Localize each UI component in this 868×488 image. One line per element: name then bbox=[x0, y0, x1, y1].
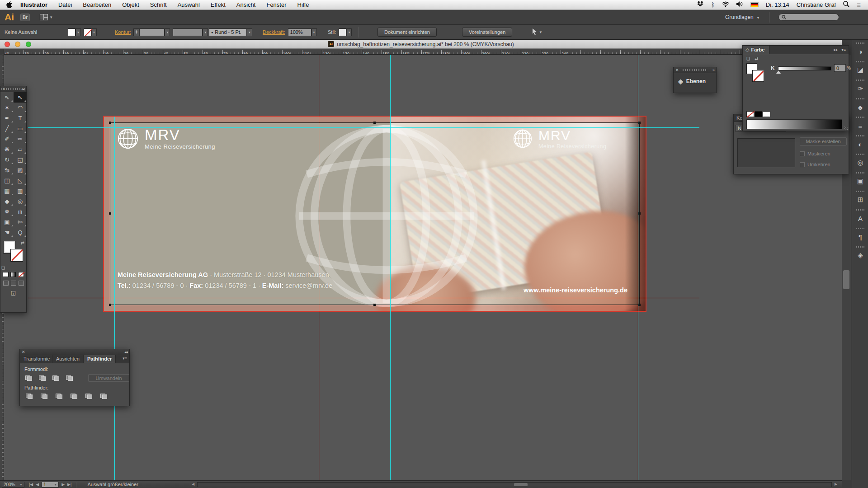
stroke-weight-field[interactable] bbox=[139, 28, 165, 36]
fill-color-dropdown[interactable]: ▼ bbox=[75, 28, 81, 36]
diagramm-tool[interactable]: ılı bbox=[14, 206, 27, 217]
none-button[interactable] bbox=[18, 272, 24, 277]
symbole-panel-icon[interactable]: ♣ bbox=[852, 100, 868, 114]
schnittmenge-entfernen-button[interactable] bbox=[65, 375, 74, 382]
menu-item[interactable]: Hilfe bbox=[297, 1, 309, 8]
buntstift-tool[interactable]: ✏ bbox=[14, 134, 27, 144]
dock-grip[interactable] bbox=[856, 191, 864, 192]
dock-grip[interactable] bbox=[856, 80, 864, 81]
slider-thumb[interactable] bbox=[776, 70, 781, 74]
collapse-icon[interactable]: ▸▸ bbox=[834, 47, 838, 52]
opacity-label[interactable]: Deckkraft: bbox=[263, 29, 285, 35]
schnittmenge-button[interactable] bbox=[52, 375, 61, 382]
black-swatch[interactable] bbox=[755, 111, 762, 117]
lasso-tool[interactable]: ◠ bbox=[14, 103, 27, 113]
unterteilen-button[interactable] bbox=[24, 393, 33, 400]
zeichenstift-tool[interactable]: ✒ bbox=[0, 113, 14, 123]
scroll-right-button[interactable]: ▶ bbox=[835, 482, 837, 486]
k-channel-slider[interactable] bbox=[778, 66, 831, 70]
slice-tool[interactable]: ✄ bbox=[14, 217, 27, 227]
guide-horizontal[interactable] bbox=[28, 298, 699, 298]
zeichenflaechen-panel-icon[interactable]: ▣ bbox=[852, 174, 868, 188]
menu-item[interactable]: Fenster bbox=[266, 1, 286, 8]
guide-vertical[interactable] bbox=[638, 55, 638, 480]
zoom-level-dropdown[interactable]: 200%▼ bbox=[2, 482, 24, 488]
dock-grip[interactable] bbox=[856, 228, 864, 229]
german-flag-icon[interactable] bbox=[750, 2, 759, 7]
tab-transformieren[interactable]: Transformie bbox=[20, 355, 52, 363]
search-input[interactable] bbox=[778, 14, 839, 21]
verlauf-panel-icon[interactable]: ◪ bbox=[852, 63, 868, 77]
drehen-tool[interactable]: ↻ bbox=[0, 155, 14, 165]
formerstellungs-tool[interactable]: ◫ bbox=[0, 175, 14, 186]
draw-inside-button[interactable] bbox=[19, 281, 24, 286]
hand-tool[interactable]: ☚ bbox=[0, 227, 14, 238]
opacity-dropdown[interactable]: ▼ bbox=[311, 28, 317, 36]
tab-farbe[interactable]: ◇ Farbe bbox=[743, 46, 769, 54]
collapse-icon[interactable]: ◂◂ bbox=[124, 350, 127, 354]
maske-erstellen-button[interactable]: Maske erstellen bbox=[800, 137, 847, 145]
wifi-icon[interactable] bbox=[722, 1, 729, 8]
umwandeln-button[interactable]: Umwandeln bbox=[88, 374, 129, 382]
menu-item[interactable]: Bearbeiten bbox=[83, 1, 111, 8]
zeichenflaechen-tool[interactable]: ▣ bbox=[0, 217, 14, 227]
dock-grip[interactable] bbox=[856, 98, 864, 99]
menu-item[interactable]: Auswahl bbox=[178, 1, 200, 8]
dock-grip[interactable] bbox=[856, 246, 864, 248]
volume-icon[interactable] bbox=[736, 1, 743, 8]
canvas[interactable]: MRV Meine Reiseversicherung MRV Meine Re… bbox=[0, 55, 842, 480]
draw-normal-button[interactable] bbox=[3, 281, 9, 286]
menu-user[interactable]: Christiane Graf bbox=[797, 1, 836, 8]
selection-cursor-icon[interactable] bbox=[532, 28, 538, 36]
opacity-field[interactable]: 100% bbox=[288, 28, 311, 36]
breiten-tool[interactable]: ↹ bbox=[0, 165, 14, 175]
brush-preset-dropdown[interactable]: ▼ bbox=[247, 28, 252, 36]
expand-icon[interactable]: » bbox=[712, 68, 714, 72]
horizontal-ruler[interactable]: 4030201001020304050607080901001101201301… bbox=[0, 49, 842, 55]
default-fill-stroke-icon[interactable]: ❏ bbox=[1, 266, 5, 270]
arrange-documents-dropdown[interactable]: ▼ bbox=[49, 15, 53, 19]
zoom-window-button[interactable] bbox=[26, 42, 31, 47]
style-dropdown[interactable]: ▼ bbox=[346, 28, 352, 36]
swap-fill-stroke-icon[interactable]: ⇄ bbox=[21, 240, 24, 245]
tab-pathfinder[interactable]: Pathfinder bbox=[84, 355, 116, 363]
width-profile-dropdown[interactable]: ▼ bbox=[203, 28, 208, 36]
horizontal-scrollbar[interactable] bbox=[197, 482, 832, 487]
next-artboard-button[interactable]: ▶ bbox=[61, 482, 65, 487]
angleichen-tool[interactable]: ◎ bbox=[14, 196, 27, 206]
guide-vertical[interactable] bbox=[319, 55, 319, 480]
menu-item[interactable]: Illustrator bbox=[20, 1, 47, 8]
ruler-corner[interactable] bbox=[0, 49, 4, 55]
menu-item[interactable]: Objekt bbox=[122, 1, 139, 8]
pinsel-panel-icon[interactable]: ✑ bbox=[852, 82, 868, 95]
umkehren-checkbox[interactable] bbox=[800, 162, 805, 167]
anchor-point[interactable] bbox=[373, 122, 376, 124]
guide-vertical[interactable] bbox=[390, 55, 391, 480]
width-profile-field[interactable] bbox=[173, 28, 203, 36]
minus-vorderseite-button[interactable] bbox=[38, 375, 47, 382]
ebenen-panel-icon[interactable]: ◈ bbox=[852, 249, 868, 262]
farbe-panel-header[interactable]: ◇ Farbe ▸▸ ▾≡ bbox=[743, 46, 849, 54]
dropbox-icon[interactable] bbox=[697, 1, 704, 9]
tropfenpinsel-tool[interactable]: ❋ bbox=[0, 144, 14, 155]
rechteck-tool[interactable]: ▭ bbox=[14, 123, 27, 134]
skalieren-tool[interactable]: ◱ bbox=[14, 155, 27, 165]
panel-menu-icon[interactable]: ▾≡ bbox=[120, 355, 129, 363]
menu-item[interactable]: Ansicht bbox=[236, 1, 256, 8]
preferences-button[interactable]: Voreinstellungen bbox=[462, 28, 512, 37]
arrange-documents-icon[interactable] bbox=[40, 14, 48, 20]
pinsel-tool[interactable]: ✐ bbox=[0, 134, 14, 144]
scrollbar-thumb[interactable] bbox=[843, 270, 849, 289]
gradient-button[interactable] bbox=[10, 272, 16, 277]
scroll-left-button[interactable]: ◀ bbox=[192, 482, 194, 486]
pipette-tool[interactable]: ◆ bbox=[0, 196, 14, 206]
kontur-panel-icon[interactable]: ≡ bbox=[852, 119, 868, 132]
ebenen-panel-header[interactable]: ✕ » bbox=[674, 67, 716, 73]
brush-preset-field[interactable]: ● Rund - 5 Pt. bbox=[209, 28, 247, 36]
dock-grip[interactable] bbox=[856, 154, 864, 155]
notification-center-icon[interactable]: ≡ bbox=[857, 1, 861, 9]
cursor-options-dropdown[interactable]: ▼ bbox=[539, 30, 542, 34]
menu-clock[interactable]: Di. 13:14 bbox=[766, 1, 789, 8]
vereinen-button[interactable] bbox=[24, 375, 33, 382]
zoom-tool[interactable]: Ϙ bbox=[14, 227, 27, 238]
